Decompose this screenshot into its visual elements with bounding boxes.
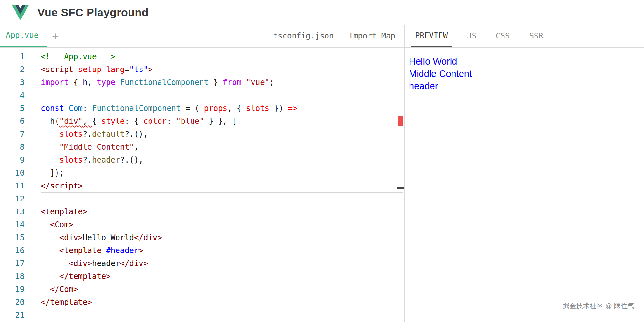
- code-line[interactable]: 7 slots?.default?.(),: [0, 128, 404, 141]
- code-token: #header: [106, 246, 139, 255]
- code-token: }): [269, 104, 288, 113]
- code-line-content: <!-- App.vue -->: [41, 50, 403, 63]
- code-token: ,: [134, 143, 139, 152]
- tab-css[interactable]: CSS: [492, 25, 514, 47]
- line-number: 18: [0, 270, 25, 283]
- code-token: <template: [59, 246, 106, 255]
- code-line[interactable]: 16 <template #header>: [0, 244, 404, 257]
- code-line[interactable]: 19 </Com>: [0, 283, 404, 296]
- code-token: "div": [59, 117, 83, 126]
- code-line-content: </template>: [41, 296, 403, 309]
- code-token: ]);: [41, 168, 64, 177]
- code-token: ;: [269, 78, 274, 87]
- code-token: <div>: [59, 233, 83, 242]
- preview-output: Hello WorldMiddle Contentheader: [409, 55, 644, 92]
- code-line-content: </script>: [41, 179, 403, 192]
- code-token: ?.(),: [120, 156, 143, 165]
- code-token: </template>: [41, 298, 92, 307]
- app-header: Vue SFC Playground: [0, 0, 644, 25]
- code-line[interactable]: 11</script>: [0, 179, 404, 192]
- code-token: </script>: [41, 181, 83, 190]
- page-title: Vue SFC Playground: [37, 6, 149, 19]
- tsconfig-button[interactable]: tsconfig.json: [273, 31, 334, 40]
- tab-preview[interactable]: PREVIEW: [411, 25, 452, 47]
- file-tab-app-vue[interactable]: App.vue: [0, 25, 47, 47]
- main-split: 1<!-- App.vue -->2<script setup lang="ts…: [0, 48, 644, 322]
- code-line-content: <template #header>: [41, 244, 403, 257]
- code-token: [64, 104, 68, 113]
- code-token: slots: [59, 130, 83, 139]
- code-token: :: [167, 117, 176, 126]
- code-token: [41, 143, 59, 152]
- code-line[interactable]: 9 slots?.header?.(),: [0, 154, 404, 166]
- code-lines: 1<!-- App.vue -->2<script setup lang="ts…: [0, 50, 404, 322]
- code-line[interactable]: 18 </template>: [0, 270, 404, 283]
- code-line[interactable]: 6 h("div", { style: { color: "blue" } },…: [0, 115, 404, 128]
- line-number: 21: [0, 309, 25, 322]
- code-token: , {: [227, 104, 246, 113]
- line-number: 12: [0, 192, 25, 205]
- code-line-content: "Middle Content",: [41, 141, 403, 154]
- code-token: = (: [181, 104, 200, 113]
- vue-logo[interactable]: [12, 5, 29, 20]
- tab-js[interactable]: JS: [463, 25, 480, 47]
- code-token: _props: [199, 104, 227, 113]
- code-line[interactable]: 21: [0, 309, 404, 322]
- line-number: 10: [0, 166, 25, 179]
- code-token: ,: [88, 78, 97, 87]
- code-token: : {: [125, 117, 143, 126]
- code-token: } }, [: [204, 117, 237, 126]
- code-token: [115, 78, 120, 87]
- preview-text-line: Hello World: [409, 55, 644, 68]
- code-token: [41, 233, 59, 242]
- code-line[interactable]: 8 "Middle Content",: [0, 141, 404, 154]
- code-line-content: import { h, type FunctionalComponent } f…: [41, 76, 403, 89]
- line-number: 6: [0, 115, 25, 128]
- code-line[interactable]: 14 <Com>: [0, 218, 404, 231]
- code-line[interactable]: 4: [0, 89, 404, 102]
- code-line[interactable]: 10 ]);: [0, 166, 404, 179]
- tab-ssr[interactable]: SSR: [525, 25, 547, 47]
- code-token: [41, 130, 59, 139]
- code-line[interactable]: 5const Com: FunctionalComponent = (_prop…: [0, 102, 404, 115]
- code-token: [41, 272, 59, 281]
- line-number: 14: [0, 218, 25, 231]
- code-line-content: [41, 89, 403, 102]
- code-line-content: h("div", { style: { color: "blue" } }, [: [41, 115, 403, 128]
- add-file-button[interactable]: +: [47, 25, 63, 47]
- code-line[interactable]: 13<template>: [0, 205, 404, 218]
- code-token: Hello World: [83, 233, 134, 242]
- code-token: [241, 78, 246, 87]
- code-line-content: <script setup lang="ts">: [41, 63, 403, 76]
- code-token: ?.: [83, 156, 92, 165]
- code-token: ?.: [83, 130, 92, 139]
- line-number: 13: [0, 205, 25, 218]
- code-token: [41, 220, 50, 229]
- code-line[interactable]: 15 <div>Hello World</div>: [0, 231, 404, 244]
- code-token: ?.(),: [125, 130, 148, 139]
- code-token: slots: [59, 156, 83, 165]
- code-token: :: [83, 104, 92, 113]
- code-token: {: [69, 78, 83, 87]
- code-token: color: [143, 117, 167, 126]
- code-token: [41, 246, 59, 255]
- line-number: 7: [0, 128, 25, 141]
- code-token: [41, 285, 50, 294]
- code-token: style: [101, 117, 125, 126]
- code-line[interactable]: 3import { h, type FunctionalComponent } …: [0, 76, 404, 89]
- line-number: 19: [0, 283, 25, 296]
- code-editor[interactable]: 1<!-- App.vue -->2<script setup lang="ts…: [0, 48, 405, 322]
- code-line[interactable]: 1<!-- App.vue -->: [0, 50, 404, 63]
- toolbar-spacer: [63, 25, 273, 47]
- code-line[interactable]: 12: [0, 192, 404, 205]
- line-number: 17: [0, 257, 25, 270]
- import-map-button[interactable]: Import Map: [349, 31, 396, 40]
- code-token: FunctionalComponent: [92, 104, 181, 113]
- code-token: </div>: [120, 259, 148, 268]
- code-line[interactable]: 20</template>: [0, 296, 404, 309]
- file-tab-label: App.vue: [6, 31, 38, 40]
- code-line[interactable]: 17 <div>header</div>: [0, 257, 404, 270]
- code-line-content: </Com>: [41, 283, 403, 296]
- code-line[interactable]: 2<script setup lang="ts">: [0, 63, 404, 76]
- preview-text-line: Middle Content: [409, 68, 644, 80]
